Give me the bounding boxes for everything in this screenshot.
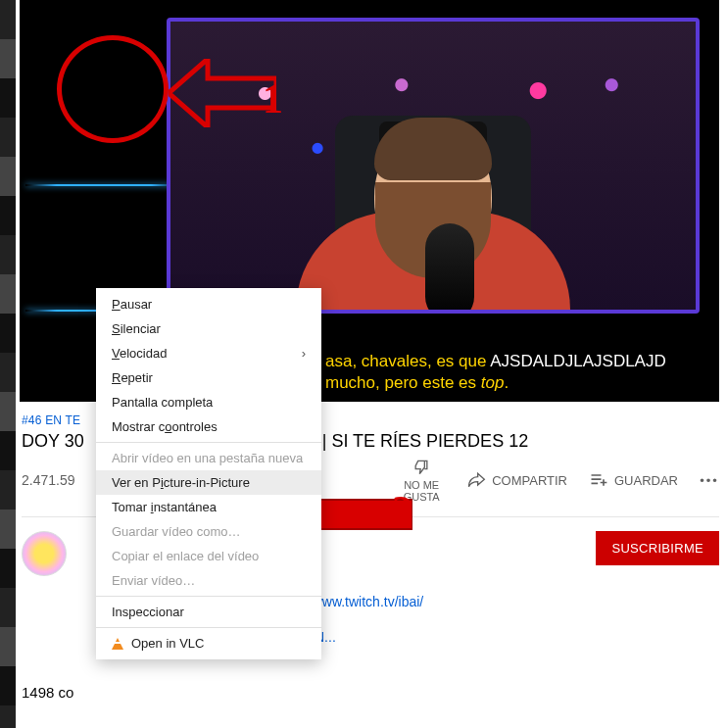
ctx-mute[interactable]: Silenciar xyxy=(96,316,321,341)
ctx-speed[interactable]: Velocidad› xyxy=(96,341,321,365)
more-actions-button[interactable]: ••• xyxy=(700,470,719,490)
annotation-number-2: 2 xyxy=(392,490,412,531)
ctx-show-controls[interactable]: Mostrar coontroles xyxy=(96,414,321,439)
video-context-menu: Pausar Silenciar Velocidad› Repetir Pant… xyxy=(96,288,321,659)
subscribe-button[interactable]: SUSCRIBIRME xyxy=(596,531,719,565)
annotation-circle xyxy=(57,35,169,143)
view-count: 2.471.59 xyxy=(22,472,75,488)
annotation-arrow-1 xyxy=(169,59,276,127)
share-label: COMPARTIR xyxy=(492,473,567,488)
description-line-1: s://www.twitch.tv/ibai/ xyxy=(294,594,719,609)
ctx-fullscreen[interactable]: Pantalla completa xyxy=(96,390,321,414)
ctx-send-video: Enviar vídeo… xyxy=(96,568,321,593)
annotation-number-1: 1 xyxy=(263,78,283,120)
twitch-link[interactable]: www.twitch.tv/ibai/ xyxy=(313,594,424,609)
ctx-inspect[interactable]: Inspeccionar xyxy=(96,596,321,624)
ctx-save-as: Guardar vídeo como… xyxy=(96,519,321,544)
action-bar: NO ME GUSTA COMPARTIR GUARDAR ••• xyxy=(398,458,719,503)
video-subtitle: asa, chavales, es que AJSDALDJLAJSDLAJD … xyxy=(325,351,666,394)
ctx-picture-in-picture[interactable]: Ver en Picture-in-Picture xyxy=(96,470,321,495)
save-button[interactable]: GUARDAR xyxy=(589,470,678,490)
thumb-down-icon xyxy=(412,458,431,477)
playlist-add-icon xyxy=(589,470,608,490)
ctx-open-in-vlc[interactable]: Open in VLC xyxy=(96,627,321,655)
save-label: GUARDAR xyxy=(614,473,678,488)
vlc-icon xyxy=(112,638,123,650)
ctx-pause[interactable]: Pausar xyxy=(96,292,321,316)
ctx-copy-link: Copiar el enlace del vídeo xyxy=(96,544,321,568)
ctx-loop[interactable]: Repetir xyxy=(96,365,321,390)
microphone xyxy=(425,223,474,314)
more-horiz-icon: ••• xyxy=(700,470,719,490)
share-icon xyxy=(466,470,486,490)
page-left-thumb-strip xyxy=(0,0,16,728)
share-button[interactable]: COMPARTIR xyxy=(466,470,567,490)
neon-decor xyxy=(25,184,182,186)
chevron-right-icon: › xyxy=(302,346,306,361)
description-line-2: C6jN... xyxy=(294,629,719,645)
comments-count: 1498 co xyxy=(22,684,719,701)
ctx-snapshot[interactable]: Tomar instantánea xyxy=(96,495,321,519)
channel-avatar[interactable] xyxy=(22,531,67,576)
ctx-open-new-tab: Abrir vídeo en una pestaña nueva xyxy=(96,442,321,470)
